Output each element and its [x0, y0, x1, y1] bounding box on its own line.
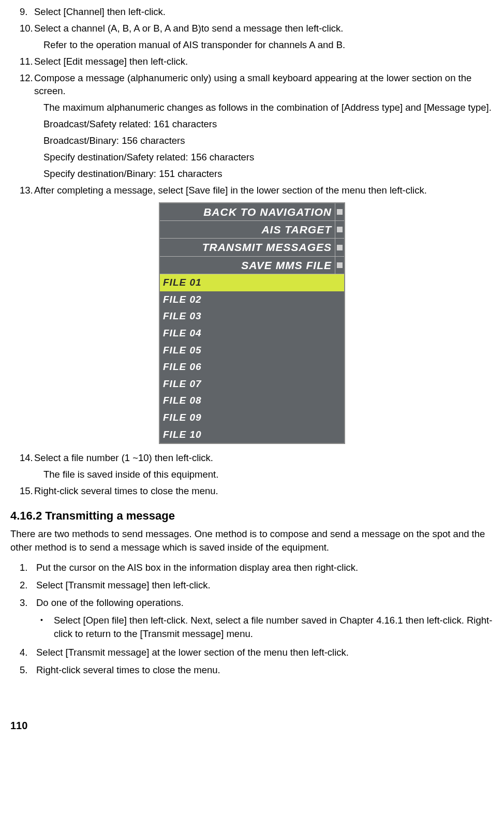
step-number: 5.	[20, 663, 36, 677]
step-12-sub1: The maximum alphanumeric changes as foll…	[43, 101, 494, 114]
step-14-sub: The file is saved inside of this equipme…	[43, 468, 494, 481]
menu-checkbox[interactable]	[335, 239, 344, 256]
step-13: 13. After completing a message, select […	[20, 184, 494, 197]
step-text: Do one of the following operations.	[36, 596, 494, 610]
step-text: Select a channel (A, B, A or B, A and B)…	[34, 22, 494, 35]
bullet-text: Select [Open file] then left-click. Next…	[54, 614, 494, 641]
file-06[interactable]: FILE 06	[160, 359, 344, 376]
step-12-sub3: Broadcast/Binary: 156 characters	[43, 134, 494, 147]
step-number: 4.	[20, 646, 36, 659]
step-text: After completing a message, select [Save…	[34, 184, 494, 197]
step-12-sub2: Broadcast/Safety related: 161 characters	[43, 117, 494, 131]
step-text: Right-click several times to close the m…	[34, 484, 494, 498]
checkbox-icon	[337, 262, 343, 268]
checkbox-icon	[337, 209, 343, 215]
step-text: Select a file number (1 ~10) then left-c…	[34, 451, 494, 465]
step-number: 13.	[20, 184, 34, 197]
section-intro: There are two methods to send messages. …	[10, 527, 494, 554]
ordered-list-continued-2: 14. Select a file number (1 ~10) then le…	[10, 451, 494, 498]
step-12-sub5: Specify destination/Binary: 151 characte…	[43, 167, 494, 181]
step-14: 14. Select a file number (1 ~10) then le…	[20, 451, 494, 465]
file-10[interactable]: FILE 10	[160, 426, 344, 443]
checkbox-icon	[337, 245, 343, 250]
file-02[interactable]: FILE 02	[160, 291, 344, 308]
step-number: 10.	[20, 22, 34, 35]
page-number: 110	[10, 718, 494, 733]
file-01-selected[interactable]: FILE 01	[160, 274, 344, 291]
step-number: 9.	[20, 5, 34, 19]
step-text: Put the cursor on the AIS box in the inf…	[36, 561, 494, 574]
menu-item-ais-target[interactable]: AIS TARGET	[160, 221, 344, 239]
step-15: 15. Right-click several times to close t…	[20, 484, 494, 498]
menu-screenshot-figure: BACK TO NAVIGATION AIS TARGET TRANSMIT M…	[10, 202, 494, 445]
menu-checkbox[interactable]	[335, 203, 344, 220]
menu-checkbox[interactable]	[335, 257, 344, 274]
step-5: 5. Right-click several times to close th…	[20, 663, 494, 677]
menu-label: TRANSMIT MESSAGES	[160, 239, 335, 256]
menu-item-back-to-navigation[interactable]: BACK TO NAVIGATION	[160, 203, 344, 221]
step-1: 1. Put the cursor on the AIS box in the …	[20, 561, 494, 574]
bullet-item: • Select [Open file] then left-click. Ne…	[40, 614, 494, 641]
bullet-dot-icon: •	[40, 614, 54, 641]
file-08[interactable]: FILE 08	[160, 392, 344, 409]
step-number: 2.	[20, 579, 36, 592]
file-04[interactable]: FILE 04	[160, 325, 344, 342]
ordered-list-continued: 9. Select [Channel] then left-click. 10.…	[10, 5, 494, 197]
step-10: 10. Select a channel (A, B, A or B, A an…	[20, 22, 494, 35]
step-number: 1.	[20, 561, 36, 574]
step-text: Select [Transmit message] at the lower s…	[36, 646, 494, 659]
file-03[interactable]: FILE 03	[160, 308, 344, 325]
step-text: Right-click several times to close the m…	[36, 663, 494, 677]
step-text: Select [Edit message] then left-click.	[34, 55, 494, 68]
step-text: Select [Channel] then left-click.	[34, 5, 494, 19]
step-text: Select [Transmit message] then left-clic…	[36, 579, 494, 592]
section-heading: 4.16.2 Transmitting a message	[10, 508, 494, 524]
step-number: 3.	[20, 596, 36, 610]
step-number: 15.	[20, 484, 34, 498]
step-12-sub4: Specify destination/Safety related: 156 …	[43, 151, 494, 164]
step-11: 11. Select [Edit message] then left-clic…	[20, 55, 494, 68]
step-number: 14.	[20, 451, 34, 465]
step-3: 3. Do one of the following operations.	[20, 596, 494, 610]
step-4: 4. Select [Transmit message] at the lowe…	[20, 646, 494, 659]
step-text: Compose a message (alphanumeric only) us…	[34, 71, 494, 98]
step-number: 11.	[20, 55, 34, 68]
step-number: 12.	[20, 71, 34, 98]
file-09[interactable]: FILE 09	[160, 409, 344, 426]
menu-screenshot: BACK TO NAVIGATION AIS TARGET TRANSMIT M…	[159, 202, 345, 445]
menu-item-save-mms-file[interactable]: SAVE MMS FILE	[160, 257, 344, 274]
step-12: 12. Compose a message (alphanumeric only…	[20, 71, 494, 98]
checkbox-icon	[337, 227, 343, 232]
ordered-list-second: 1. Put the cursor on the AIS box in the …	[10, 561, 494, 676]
step-10-sub: Refer to the operation manual of AIS tra…	[43, 38, 494, 52]
menu-label: SAVE MMS FILE	[160, 257, 335, 274]
menu-item-transmit-messages[interactable]: TRANSMIT MESSAGES	[160, 239, 344, 256]
file-07[interactable]: FILE 07	[160, 376, 344, 393]
menu-label: BACK TO NAVIGATION	[160, 203, 335, 220]
step-2: 2. Select [Transmit message] then left-c…	[20, 579, 494, 592]
file-05[interactable]: FILE 05	[160, 342, 344, 359]
menu-label: AIS TARGET	[160, 221, 335, 238]
menu-checkbox[interactable]	[335, 221, 344, 238]
step-9: 9. Select [Channel] then left-click.	[20, 5, 494, 19]
